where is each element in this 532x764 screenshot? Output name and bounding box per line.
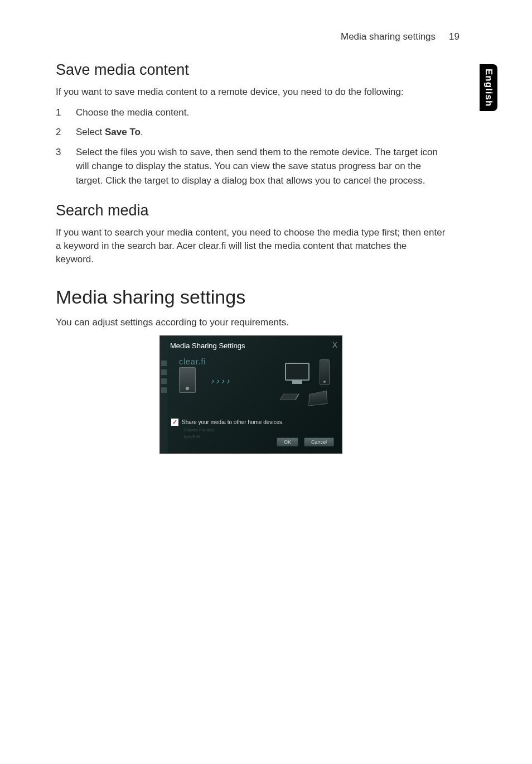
- keyboard-icon: [280, 394, 299, 400]
- list-item: 2 Select Save To.: [56, 125, 446, 140]
- list-item: 3 Select the files you wish to save, the…: [56, 145, 446, 188]
- media-sharing-body: You can adjust settings according to you…: [56, 316, 446, 329]
- step-text: Choose the media content.: [76, 107, 189, 118]
- cancel-button[interactable]: Cancel: [304, 438, 334, 446]
- step-text-b: .: [141, 127, 143, 137]
- step-text-a: Select: [76, 127, 105, 137]
- save-media-intro: If you want to save media content to a r…: [56, 85, 446, 99]
- step-number: 3: [56, 145, 76, 188]
- screenshot-container: Media Sharing Settings X clear.fi ›››› ✓…: [56, 335, 446, 454]
- share-checkbox-row: ✓ Share your media to other home devices…: [171, 419, 284, 426]
- step-number: 1: [56, 105, 76, 120]
- pc-tower-icon: [179, 367, 196, 393]
- main-content: Save media content If you want to save m…: [56, 61, 446, 454]
- header-title: Media sharing settings: [341, 31, 436, 42]
- sidebar-icon: [161, 369, 167, 375]
- sidebar-icon: [161, 378, 167, 384]
- close-icon[interactable]: X: [332, 340, 337, 349]
- step-content: Select the files you wish to save, then …: [76, 145, 446, 188]
- save-media-heading: Save media content: [56, 61, 446, 79]
- sidebar-icon: [161, 361, 167, 366]
- language-tab: English: [480, 64, 497, 111]
- clearfi-logo: clear.fi: [179, 357, 206, 366]
- wireless-waves-icon: ››››: [210, 376, 234, 386]
- list-item: 1 Choose the media content.: [56, 105, 446, 120]
- dialog-buttons: OK Cancel: [277, 438, 334, 446]
- search-media-body: If you want to search your media content…: [56, 226, 446, 266]
- step-number: 2: [56, 125, 76, 140]
- search-media-heading: Search media: [56, 202, 446, 219]
- monitor-icon: [285, 363, 309, 381]
- share-checkbox-label: Share your media to other home devices.: [182, 419, 284, 425]
- add-edit-label: Add/Edit: [183, 434, 200, 439]
- step-content: Select Save To.: [76, 125, 446, 140]
- sidebar-icons: [161, 361, 167, 396]
- step-text: Select the files you wish to save, then …: [76, 147, 438, 186]
- media-sharing-settings-heading: Media sharing settings: [56, 286, 446, 308]
- ok-button[interactable]: OK: [277, 438, 298, 446]
- steps-list: 1 Choose the media content. 2 Select Sav…: [56, 105, 446, 188]
- second-tower-icon: [320, 359, 330, 385]
- page-number: 19: [449, 31, 460, 42]
- shared-folders-label: Shared Folders: [183, 427, 214, 433]
- laptop-icon: [308, 391, 327, 406]
- dialog-title: Media Sharing Settings: [170, 342, 245, 350]
- page-header: Media sharing settings 19: [341, 31, 460, 42]
- media-sharing-dialog-screenshot: Media Sharing Settings X clear.fi ›››› ✓…: [159, 335, 342, 454]
- screenshot-sidebar: [160, 336, 168, 453]
- step-bold: Save To: [105, 127, 141, 137]
- share-checkbox[interactable]: ✓: [171, 419, 178, 426]
- sidebar-icon: [161, 387, 167, 393]
- step-content: Choose the media content.: [76, 105, 446, 120]
